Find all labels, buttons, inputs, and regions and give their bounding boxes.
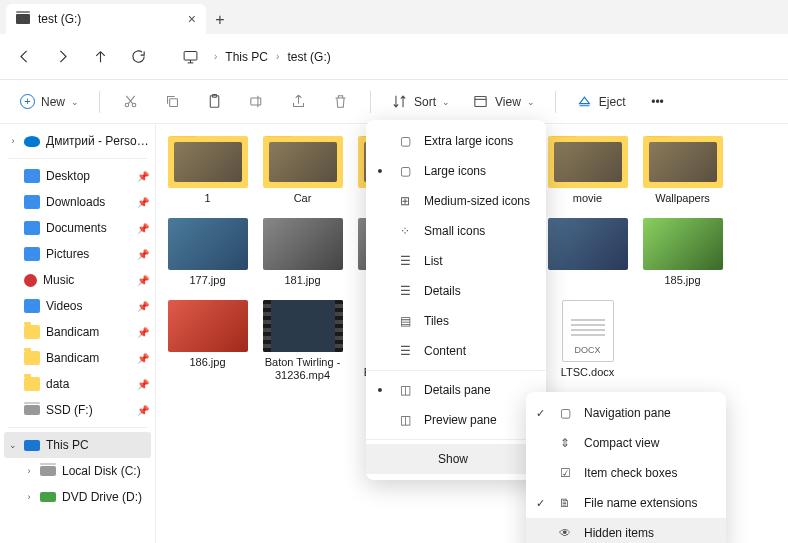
up-button[interactable] xyxy=(82,39,118,75)
back-button[interactable] xyxy=(6,39,42,75)
folder-y-icon xyxy=(24,325,40,339)
delete-button[interactable] xyxy=(322,86,358,118)
sidebar-item[interactable]: Downloads📌 xyxy=(0,189,155,215)
menu-item-viewsize[interactable]: ▤Tiles xyxy=(366,306,546,336)
radio-icon: • xyxy=(374,383,386,397)
sidebar-item[interactable]: Bandicam📌 xyxy=(0,319,155,345)
sidebar-item[interactable]: Desktop📌 xyxy=(0,163,155,189)
rename-button[interactable] xyxy=(238,86,274,118)
breadcrumb-item[interactable]: test (G:) xyxy=(285,46,332,68)
layout-icon: ▢ xyxy=(396,164,414,178)
menu-item-viewsize[interactable]: ☰Content xyxy=(366,336,546,366)
close-icon[interactable]: × xyxy=(188,11,196,27)
copy-button[interactable] xyxy=(154,86,190,118)
refresh-button[interactable] xyxy=(120,39,156,75)
pin-icon[interactable]: 📌 xyxy=(137,353,149,364)
menu-item-viewsize[interactable]: •▢Large icons xyxy=(366,156,546,186)
menu-item-pane[interactable]: ◫Preview pane xyxy=(366,405,546,435)
menu-item-showopt[interactable]: ☑Item check boxes xyxy=(526,458,726,488)
forward-button[interactable] xyxy=(44,39,80,75)
breadcrumb-item[interactable]: This PC xyxy=(223,46,270,68)
svg-point-2 xyxy=(132,103,136,107)
breadcrumb: › This PC › test (G:) xyxy=(214,46,333,68)
sidebar-item[interactable]: Bandicam📌 xyxy=(0,345,155,371)
chevron-right-icon[interactable]: › xyxy=(24,492,34,502)
menu-item-showopt[interactable]: ⇕Compact view xyxy=(526,428,726,458)
more-button[interactable]: ••• xyxy=(640,86,676,118)
pin-icon[interactable]: 📌 xyxy=(137,405,149,416)
menu-item-showopt[interactable]: ✓▢Navigation pane xyxy=(526,398,726,428)
file-label: 186.jpg xyxy=(189,356,225,370)
pin-icon[interactable]: 📌 xyxy=(137,301,149,312)
menu-item-showopt[interactable]: ✓🗎File name extensions xyxy=(526,488,726,518)
file-item[interactable]: movie xyxy=(540,132,635,210)
sidebar-item-thispc[interactable]: ⌄ This PC xyxy=(4,432,151,458)
menu-item-showopt[interactable]: 👁Hidden items xyxy=(526,518,726,543)
layout-icon: ⊞ xyxy=(396,194,414,208)
file-item[interactable]: Baton Twirling - 31236.mp4 xyxy=(255,296,350,398)
eject-button[interactable]: Eject xyxy=(568,86,634,118)
drive-icon xyxy=(24,405,40,415)
sidebar-item-drive[interactable]: ›Local Disk (C:) xyxy=(0,458,155,484)
chevron-right-icon[interactable]: › xyxy=(276,51,279,62)
pin-icon[interactable]: 📌 xyxy=(137,327,149,338)
sort-button[interactable]: Sort ⌄ xyxy=(383,86,458,118)
sidebar-item-drive[interactable]: ›DVD Drive (D:) xyxy=(0,484,155,510)
sidebar-item[interactable]: Music📌 xyxy=(0,267,155,293)
pin-icon[interactable]: 📌 xyxy=(137,197,149,208)
file-item[interactable]: Wallpapers xyxy=(635,132,730,210)
chevron-right-icon[interactable]: › xyxy=(8,136,18,146)
menu-item-viewsize[interactable]: ⊞Medium-sized icons xyxy=(366,186,546,216)
file-item[interactable]: 181.jpg xyxy=(255,214,350,292)
menu-item-viewsize[interactable]: ☰Details xyxy=(366,276,546,306)
share-button[interactable] xyxy=(280,86,316,118)
menu-label: Hidden items xyxy=(584,526,654,540)
pin-icon[interactable]: 📌 xyxy=(137,249,149,260)
folder-y-icon xyxy=(24,351,40,365)
tab-active[interactable]: test (G:) × xyxy=(6,4,206,34)
menu-item-viewsize[interactable]: ▢Extra large icons xyxy=(366,126,546,156)
pin-icon[interactable]: 📌 xyxy=(137,223,149,234)
new-tab-button[interactable]: + xyxy=(206,6,234,34)
view-button[interactable]: View ⌄ xyxy=(464,86,543,118)
file-item[interactable] xyxy=(540,214,635,292)
menu-item-show[interactable]: Show› xyxy=(366,444,546,474)
show-submenu: ✓▢Navigation pane⇕Compact view☑Item chec… xyxy=(526,392,726,543)
image-thumb xyxy=(168,300,248,352)
check-icon: ✓ xyxy=(534,407,546,420)
sidebar-item[interactable]: data📌 xyxy=(0,371,155,397)
cut-button[interactable] xyxy=(112,86,148,118)
file-item[interactable]: 186.jpg xyxy=(160,296,255,398)
menu-item-viewsize[interactable]: ⁘Small icons xyxy=(366,216,546,246)
eject-icon xyxy=(576,93,593,110)
sidebar-item-onedrive[interactable]: › Дмитрий - Personal xyxy=(0,128,155,154)
pin-icon[interactable]: 📌 xyxy=(137,275,149,286)
file-item[interactable]: 1 xyxy=(160,132,255,210)
image-thumb xyxy=(263,218,343,270)
content-area[interactable]: 1CarmovieWallpapers177.jpg181.jpg182.jpg… xyxy=(156,124,788,543)
file-item[interactable]: 185.jpg xyxy=(635,214,730,292)
file-item[interactable]: DOCXLTSC.docx xyxy=(540,296,635,398)
file-item[interactable]: 177.jpg xyxy=(160,214,255,292)
pin-icon[interactable]: 📌 xyxy=(137,379,149,390)
sidebar-item[interactable]: SSD (F:)📌 xyxy=(0,397,155,423)
pane-icon: ◫ xyxy=(396,413,414,427)
sidebar-item[interactable]: Videos📌 xyxy=(0,293,155,319)
paste-button[interactable] xyxy=(196,86,232,118)
layout-icon: ☰ xyxy=(396,284,414,298)
menu-item-viewsize[interactable]: ☰List xyxy=(366,246,546,276)
sidebar-item[interactable]: Pictures📌 xyxy=(0,241,155,267)
pin-icon[interactable]: 📌 xyxy=(137,171,149,182)
chevron-right-icon[interactable]: › xyxy=(214,51,217,62)
chevron-right-icon[interactable]: › xyxy=(24,466,34,476)
menu-label: Show xyxy=(438,452,468,466)
file-label: 185.jpg xyxy=(664,274,700,288)
sidebar-label: Local Disk (C:) xyxy=(62,464,149,478)
file-item[interactable]: Car xyxy=(255,132,350,210)
chevron-down-icon[interactable]: ⌄ xyxy=(8,440,18,450)
menu-item-pane[interactable]: •◫Details pane xyxy=(366,375,546,405)
pc-icon[interactable] xyxy=(172,39,208,75)
menu-label: Content xyxy=(424,344,466,358)
new-button[interactable]: + New ⌄ xyxy=(12,86,87,118)
sidebar-item[interactable]: Documents📌 xyxy=(0,215,155,241)
